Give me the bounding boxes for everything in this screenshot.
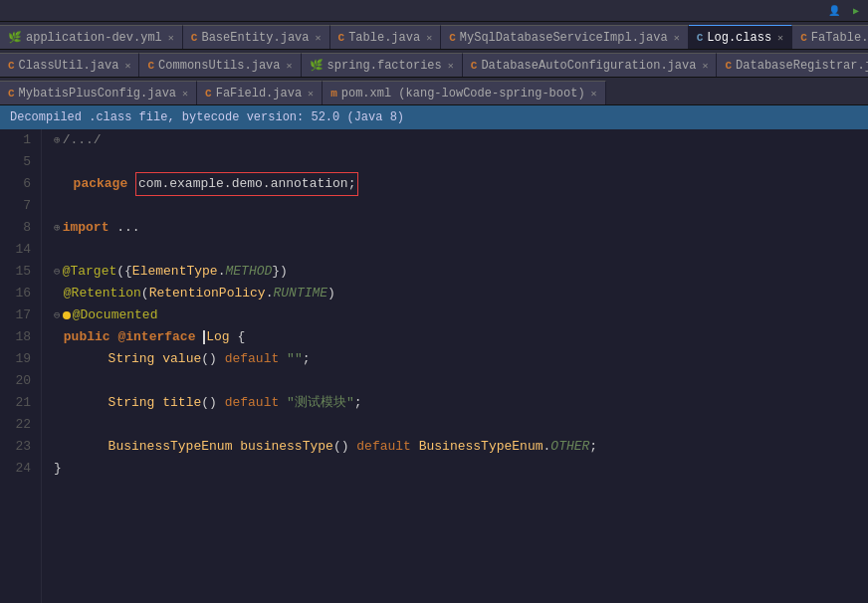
run-icon[interactable]: ▶ (848, 3, 864, 19)
user-icon[interactable]: 👤 (826, 3, 842, 19)
code-token (195, 326, 203, 348)
tab-row-3: C MybatisPlusConfig.java ✕ C FaField.jav… (0, 78, 868, 105)
line-num: 1 (10, 129, 31, 151)
line-num: 24 (10, 458, 31, 480)
text-cursor (203, 330, 205, 344)
tab-mysql-db[interactable]: C MySqlDatabaseServiceImpl.java ✕ (441, 25, 688, 49)
code-line-21: String title () default "测试模块" ; (54, 392, 868, 414)
code-token: () (201, 348, 224, 370)
code-token (154, 392, 162, 414)
code-area: 1 5 6 7 8 14 15 16 17 18 19 20 21 22 23 … (0, 129, 868, 603)
code-token: }) (272, 261, 288, 283)
code-line-5 (54, 151, 868, 173)
line-num: 14 (10, 239, 31, 261)
code-token: businessType (240, 436, 333, 458)
code-token (411, 436, 419, 458)
tab-fa-table[interactable]: C FaTable.java ✕ (792, 25, 868, 49)
code-token: default (225, 348, 280, 370)
code-token: RUNTIME (273, 283, 327, 304)
line-num: 17 (10, 304, 31, 326)
java-icon: C (8, 88, 15, 100)
code-token: public (64, 326, 110, 348)
info-bar: Decompiled .class file, bytecode version… (0, 105, 868, 129)
tab-close-icon[interactable]: ✕ (426, 32, 432, 44)
code-token: BusinessTypeEnum (108, 436, 233, 458)
code-content: ⊕ /.../ package com.example.demo.annotat… (42, 129, 868, 603)
code-token: import (63, 217, 109, 239)
tab-close-icon[interactable]: ✕ (168, 32, 174, 44)
code-token: ; (589, 436, 597, 458)
warning-icon[interactable] (63, 311, 71, 319)
info-text: Decompiled .class file, bytecode version… (10, 110, 404, 124)
code-token: "测试模块" (287, 392, 354, 414)
tab-base-entity[interactable]: C BaseEntity.java ✕ (183, 25, 330, 49)
line-num: 5 (10, 151, 31, 173)
top-bar: 👤 ▶ (0, 0, 868, 22)
fold-icon[interactable]: ⊖ (54, 304, 61, 326)
code-line-15: ⊖ @Target ({ ElementType . METHOD }) (54, 261, 868, 283)
tab-label: spring.factories (327, 59, 442, 73)
code-token: ; (354, 392, 362, 414)
tab-close-icon[interactable]: ✕ (308, 88, 314, 100)
code-token: String (108, 348, 155, 370)
code-token (54, 348, 108, 370)
java-icon: C (338, 32, 345, 44)
tab-close-icon[interactable]: ✕ (591, 88, 597, 100)
code-token: ; (303, 348, 311, 370)
code-token: ( (141, 283, 149, 304)
tab-fa-field[interactable]: C FaField.java ✕ (197, 81, 323, 104)
code-token: METHOD (225, 261, 272, 283)
java-icon: C (800, 32, 807, 44)
line-num: 19 (10, 348, 31, 370)
java-icon: C (725, 60, 732, 72)
tab-close-icon[interactable]: ✕ (316, 32, 322, 44)
tab-spring-factories[interactable]: 🌿 spring.factories ✕ (302, 53, 463, 77)
tab-close-icon[interactable]: ✕ (777, 32, 783, 44)
code-token: . (266, 283, 274, 304)
tab-label: Table.java (348, 31, 420, 45)
tab-label: MybatisPlusConfig.java (19, 87, 176, 100)
tab-class-util[interactable]: C ClassUtil.java ✕ (0, 53, 139, 77)
line-num: 16 (10, 283, 31, 304)
code-line-17: ⊖ @Documented (54, 304, 868, 326)
tab-db-auto-config[interactable]: C DatabaseAutoConfiguration.java ✕ (463, 53, 718, 77)
fold-icon[interactable]: ⊖ (54, 261, 61, 283)
line-num: 7 (10, 195, 31, 217)
tab-application-dev[interactable]: 🌿 application-dev.yml ✕ (0, 25, 183, 49)
fold-icon[interactable]: ⊕ (54, 217, 61, 239)
fold-icon[interactable]: ⊕ (54, 129, 61, 151)
code-token: com.example.demo.annotation; (135, 172, 358, 196)
tab-close-icon[interactable]: ✕ (287, 60, 293, 72)
tab-mybatis-config[interactable]: C MybatisPlusConfig.java ✕ (0, 81, 197, 104)
code-token: . (218, 261, 226, 283)
code-token: ElementType (132, 261, 218, 283)
tab-close-icon[interactable]: ✕ (448, 60, 454, 72)
tab-label: DatabaseAutoConfiguration.java (481, 59, 696, 73)
code-token (127, 173, 135, 195)
tab-log-class[interactable]: C Log.class ✕ (689, 25, 792, 49)
code-line-24: } (54, 458, 868, 480)
code-token: "" (287, 348, 303, 370)
code-token (279, 348, 287, 370)
code-line-6: package com.example.demo.annotation; (54, 173, 868, 195)
tab-commons-utils[interactable]: C CommonsUtils.java ✕ (139, 53, 301, 77)
tab-close-icon[interactable]: ✕ (124, 60, 130, 72)
code-line-7 (54, 195, 868, 217)
code-token: value (162, 348, 201, 370)
tab-label: MySqlDatabaseServiceImpl.java (460, 31, 668, 45)
tab-db-registrar[interactable]: C DatabaseRegistrar.java ✕ (717, 53, 868, 77)
java-icon: C (8, 60, 15, 72)
tab-pom[interactable]: m pom.xml (kang-lowCode-spring-boot) ✕ (323, 81, 605, 104)
code-token: () (333, 436, 356, 458)
tab-row-2: C ClassUtil.java ✕ C CommonsUtils.java ✕… (0, 50, 868, 78)
tab-close-icon[interactable]: ✕ (182, 88, 188, 100)
tab-close-icon[interactable]: ✕ (674, 32, 680, 44)
code-line-14 (54, 239, 868, 261)
java-icon: C (205, 88, 212, 100)
code-line-1: ⊕ /.../ (54, 129, 868, 151)
code-line-20 (54, 370, 868, 392)
tab-close-icon[interactable]: ✕ (702, 60, 708, 72)
code-token (54, 392, 108, 414)
line-numbers: 1 5 6 7 8 14 15 16 17 18 19 20 21 22 23 … (0, 129, 42, 603)
tab-table[interactable]: C Table.java ✕ (330, 25, 442, 49)
